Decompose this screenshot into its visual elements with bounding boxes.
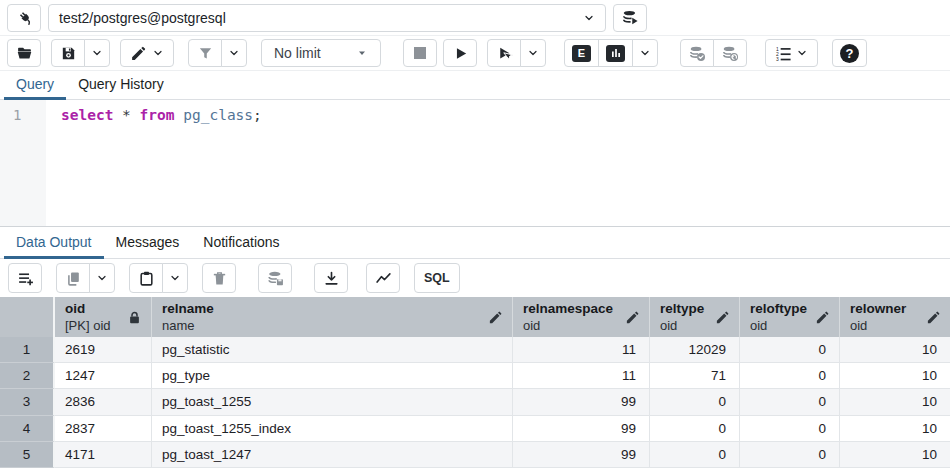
connection-selector[interactable]: test2/postgres@postgresql — [48, 4, 606, 32]
sql-code-line[interactable]: select * from pg_class; — [46, 100, 950, 226]
cell-relname[interactable]: pg_toast_1255 — [152, 389, 513, 415]
cell-oid[interactable]: 2619 — [55, 337, 152, 363]
pencil-icon — [625, 310, 640, 325]
explain-options-dropdown[interactable] — [632, 39, 658, 67]
cell-reloftype[interactable]: 0 — [740, 442, 840, 468]
edit-menu-button[interactable] — [120, 39, 174, 67]
paste-button-group — [129, 263, 188, 293]
cell-reltype[interactable]: 0 — [650, 416, 740, 442]
sql-punctuation: ; — [253, 107, 262, 123]
cell-relnamespace[interactable]: 11 — [513, 337, 650, 363]
tab-notifications[interactable]: Notifications — [191, 227, 291, 259]
column-type: oid — [850, 318, 906, 335]
save-file-button[interactable] — [51, 39, 85, 67]
cell-relowner[interactable]: 10 — [840, 389, 950, 415]
cell-relowner[interactable]: 10 — [840, 442, 950, 468]
cell-relnamespace[interactable]: 99 — [513, 442, 650, 468]
cell-relnamespace[interactable]: 99 — [513, 416, 650, 442]
chevron-down-icon — [639, 47, 651, 59]
row-number[interactable]: 4 — [0, 416, 55, 442]
tab-messages[interactable]: Messages — [104, 227, 192, 259]
results-grid-header: oid [PK] oid relname name relnamespace o… — [0, 297, 950, 337]
column-header-reltype[interactable]: reltype oid — [650, 297, 740, 337]
tab-query[interactable]: Query — [4, 71, 66, 100]
cell-relname[interactable]: pg_statistic — [152, 337, 513, 363]
tab-data-output[interactable]: Data Output — [4, 227, 104, 259]
sql-editor[interactable]: 1 select * from pg_class; — [0, 100, 950, 226]
copy-options-dropdown[interactable] — [89, 263, 115, 293]
row-number[interactable]: 5 — [0, 442, 55, 468]
column-header-relname[interactable]: relname name — [152, 297, 513, 337]
rollback-button[interactable] — [713, 39, 747, 67]
filter-icon — [197, 45, 214, 62]
macros-dropdown-button[interactable] — [765, 39, 818, 67]
chevron-down-icon — [583, 12, 595, 24]
connection-status-button[interactable] — [7, 4, 41, 32]
delete-row-button[interactable] — [202, 263, 236, 293]
add-row-button[interactable] — [8, 263, 42, 293]
table-row: 3 2836 pg_toast_1255 99 0 0 10 — [0, 389, 950, 415]
tab-query-history-label: Query History — [78, 76, 164, 92]
row-limit-select[interactable]: No limit — [261, 39, 381, 67]
cell-reltype[interactable]: 0 — [650, 389, 740, 415]
filter-button[interactable] — [188, 39, 222, 67]
copy-button[interactable] — [56, 263, 90, 293]
pencil-icon — [715, 310, 730, 325]
cell-reloftype[interactable]: 0 — [740, 363, 840, 389]
show-sql-button[interactable]: SQL — [414, 263, 460, 293]
cell-oid[interactable]: 2837 — [55, 416, 152, 442]
row-number[interactable]: 3 — [0, 389, 55, 415]
explain-icon: E — [572, 45, 591, 62]
execute-script-button[interactable] — [487, 39, 521, 67]
paste-options-dropdown[interactable] — [162, 263, 188, 293]
graph-visualiser-button[interactable] — [366, 263, 400, 293]
tab-query-history[interactable]: Query History — [66, 71, 176, 100]
commit-icon — [689, 45, 706, 62]
explain-button[interactable]: E — [564, 39, 599, 67]
cell-reltype[interactable]: 0 — [650, 442, 740, 468]
cell-relnamespace[interactable]: 11 — [513, 363, 650, 389]
chevron-down-icon — [527, 47, 539, 59]
column-name: oid — [65, 300, 111, 318]
save-icon — [60, 45, 77, 62]
chevron-down-icon — [152, 47, 164, 59]
cell-oid[interactable]: 2836 — [55, 389, 152, 415]
execute-options-dropdown[interactable] — [520, 39, 546, 67]
download-results-button[interactable] — [314, 263, 348, 293]
cell-reloftype[interactable]: 0 — [740, 416, 840, 442]
row-number[interactable]: 1 — [0, 337, 55, 363]
cell-reltype[interactable]: 12029 — [650, 337, 740, 363]
new-connection-button[interactable] — [613, 4, 647, 32]
column-header-relnamespace[interactable]: relnamespace oid — [513, 297, 650, 337]
cell-relname[interactable]: pg_toast_1247 — [152, 442, 513, 468]
copy-icon — [65, 270, 82, 287]
row-number[interactable]: 2 — [0, 363, 55, 389]
cell-relowner[interactable]: 10 — [840, 337, 950, 363]
cell-reltype[interactable]: 71 — [650, 363, 740, 389]
select-all-corner[interactable] — [0, 297, 55, 337]
line-number: 1 — [13, 107, 21, 123]
cell-reloftype[interactable]: 0 — [740, 389, 840, 415]
save-options-dropdown[interactable] — [84, 39, 110, 67]
explain-analyze-button[interactable] — [598, 39, 633, 67]
cell-relname[interactable]: pg_toast_1255_index — [152, 416, 513, 442]
cell-oid[interactable]: 1247 — [55, 363, 152, 389]
commit-button[interactable] — [680, 39, 714, 67]
cell-reloftype[interactable]: 0 — [740, 337, 840, 363]
column-header-reloftype[interactable]: reloftype oid — [740, 297, 840, 337]
execute-button[interactable] — [443, 39, 477, 67]
column-header-oid[interactable]: oid [PK] oid — [55, 297, 152, 337]
cell-relowner[interactable]: 10 — [840, 363, 950, 389]
cell-oid[interactable]: 4171 — [55, 442, 152, 468]
help-button[interactable]: ? — [832, 39, 867, 67]
cell-relnamespace[interactable]: 99 — [513, 389, 650, 415]
cell-relname[interactable]: pg_type — [152, 363, 513, 389]
paste-button[interactable] — [129, 263, 163, 293]
filter-options-dropdown[interactable] — [221, 39, 247, 67]
cell-relowner[interactable]: 10 — [840, 416, 950, 442]
sql-identifier: pg_class — [175, 107, 254, 123]
save-data-changes-button[interactable] — [258, 263, 292, 293]
open-file-button[interactable] — [7, 39, 41, 67]
column-header-relowner[interactable]: relowner oid — [840, 297, 950, 337]
cancel-query-button[interactable] — [403, 39, 437, 67]
